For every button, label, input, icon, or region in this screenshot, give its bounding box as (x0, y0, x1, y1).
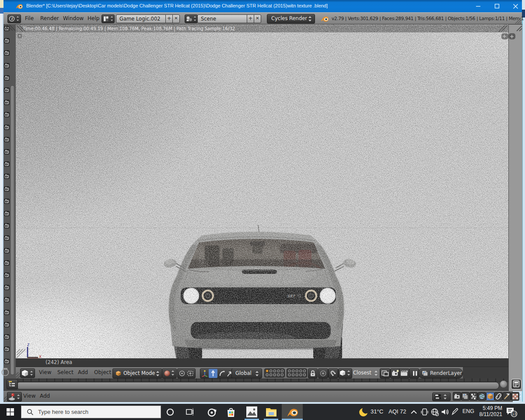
area-corner-stripes (516, 25, 522, 32)
menu-3d-add[interactable]: Add (78, 369, 88, 375)
glitch-camera-icon (4, 211, 10, 216)
outliner-glitch-button (7, 379, 18, 389)
viewport-render-area[interactable]: SRT (16, 24, 508, 359)
minimize-button[interactable] (469, 0, 488, 12)
blender-app-button[interactable] (282, 404, 303, 420)
render-noise-light (16, 24, 508, 359)
pause-render-button[interactable] (409, 368, 419, 378)
file-explorer-button[interactable] (263, 404, 278, 420)
render-engine-value: Cycles Render (271, 15, 307, 21)
your-phone-icon[interactable] (421, 408, 428, 416)
filter-camera-icon[interactable] (453, 392, 461, 401)
filter-particles-icon[interactable] (469, 392, 478, 401)
outliner-icon (7, 380, 18, 389)
filter-texture-icon[interactable] (511, 392, 519, 401)
snap-target-icon (380, 369, 390, 378)
pinned-app-target[interactable] (205, 404, 220, 420)
blender-logo-icon (321, 15, 329, 22)
pivot-point-group[interactable] (177, 368, 196, 378)
layers-widget[interactable] (264, 368, 308, 379)
window-titlebar[interactable]: Blender* [C:\Users\tejay\Desktop\Car mod… (4, 0, 522, 12)
filter-world-icon[interactable] (478, 392, 486, 401)
cortana-button[interactable] (164, 404, 177, 420)
updown-arrows-icon (374, 370, 379, 377)
menu-render[interactable]: Render (40, 15, 59, 21)
scene-name-field[interactable]: Scene (197, 14, 250, 23)
editor-type-selector[interactable]: i (7, 14, 21, 23)
photos-app-button[interactable] (244, 404, 259, 420)
open-properties-button-right[interactable] (509, 33, 516, 40)
filter-pickaxe-icon[interactable] (503, 392, 511, 401)
menu-3d-view[interactable]: View (39, 369, 51, 375)
menu-window[interactable]: Window (63, 15, 84, 21)
scene-add-button[interactable]: + (247, 14, 254, 23)
maximize-button[interactable] (487, 0, 507, 12)
render-layer-dropdown[interactable]: RenderLayer (418, 368, 463, 378)
menu-3d-select[interactable]: Select (57, 369, 74, 375)
editor-type-selector-3dview[interactable] (20, 368, 35, 378)
tray-time: 5:49 PM (478, 405, 502, 411)
frame-object-label: (242) Area (46, 359, 72, 365)
notification-center-button[interactable]: 13 (505, 406, 518, 418)
render-progress-text-overlay: Time:00:46.48 | Remaining:00:49.19 | Mem… (22, 26, 235, 32)
weather-temperature[interactable]: 31°C (371, 408, 383, 415)
horizontal-scrollbar[interactable] (16, 382, 499, 389)
glitch-camera-icon (4, 334, 10, 340)
orientation-dropdown[interactable]: Global (231, 368, 262, 378)
vertical-scrollbar[interactable] (10, 85, 15, 375)
scene-close-button[interactable]: ✕ (254, 14, 261, 23)
screen-layout-selector[interactable] (102, 14, 115, 23)
proportional-edit-button[interactable] (318, 368, 328, 378)
open-toolshelf-button[interactable] (18, 34, 22, 38)
snap-element-dropdown[interactable] (338, 368, 352, 378)
scene-selector[interactable] (185, 14, 198, 23)
updown-arrows-icon (255, 370, 260, 377)
snap-toggle-button[interactable] (328, 368, 338, 378)
volume-icon[interactable] (441, 408, 449, 416)
info-editor-icon: i (8, 15, 20, 23)
manipulate-centers-icon (188, 371, 193, 376)
menu-logic-view[interactable]: View (23, 393, 35, 399)
datablock-display-toggle[interactable] (432, 392, 451, 401)
blender-info-header: i File Render Window Help Game Logic.002… (4, 12, 522, 25)
screen-layout-close-button[interactable]: ✕ (172, 14, 180, 23)
timeline-strip (4, 378, 508, 390)
lock-camera-button[interactable] (308, 368, 318, 378)
mode-dropdown[interactable]: Object Mode (112, 368, 162, 378)
snap-target-button[interactable] (380, 368, 390, 378)
tray-chevron-icon[interactable] (410, 410, 417, 414)
render-animation-button[interactable] (399, 368, 410, 378)
pen-icon[interactable] (451, 408, 459, 416)
close-button[interactable] (506, 0, 525, 12)
menu-help[interactable]: Help (88, 15, 99, 21)
open-properties-button[interactable] (501, 33, 508, 39)
filter-image-icon[interactable] (461, 392, 469, 401)
glitch-camera-icon (4, 248, 10, 253)
proportional-edit-icon (318, 369, 328, 378)
screen-layout-add-button[interactable]: + (165, 14, 173, 23)
editor-type-selector-logic[interactable] (7, 392, 22, 402)
task-view-button[interactable] (183, 404, 196, 420)
screen-layout-name-field[interactable]: Game Logic.002 (116, 14, 169, 23)
search-placeholder: Type here to search (38, 409, 88, 415)
scale-manipulator-icon[interactable] (228, 372, 231, 376)
filter-link-icon[interactable] (494, 392, 503, 401)
blender-app-icon (16, 3, 23, 10)
menu-3d-object[interactable]: Object (94, 369, 111, 375)
manipulator-axis-icon[interactable] (202, 370, 207, 377)
viewport-shading-dropdown[interactable] (162, 368, 177, 378)
start-button[interactable] (0, 404, 21, 420)
photos-icon (246, 406, 258, 418)
menu-logic-add[interactable]: Add (40, 393, 50, 399)
language-indicator[interactable]: ENG (462, 408, 474, 414)
filter-object-icon[interactable] (486, 392, 494, 401)
weather-aqi[interactable]: AQI 72 (388, 408, 406, 415)
rotate-manipulator-icon[interactable] (220, 371, 225, 376)
render-engine-dropdown[interactable]: Cycles Render (267, 14, 315, 24)
taskbar-search[interactable]: Type here to search (21, 406, 161, 418)
microsoft-store-button[interactable] (224, 404, 238, 420)
menu-file[interactable]: File (25, 15, 34, 21)
network-globe-icon[interactable] (431, 408, 439, 416)
tray-clock[interactable]: 5:49 PM 8/11/2021 (478, 405, 502, 417)
snap-element-value[interactable]: Closest (353, 370, 371, 376)
